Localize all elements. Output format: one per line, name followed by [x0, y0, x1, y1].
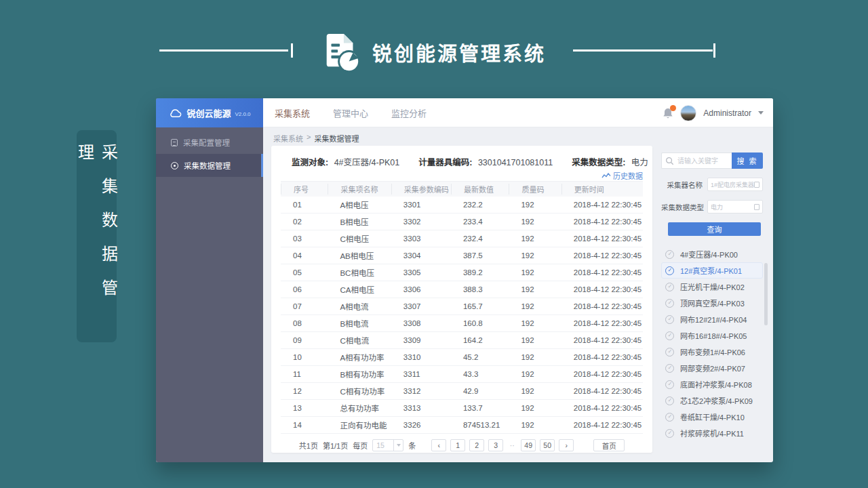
table-cell: C相电流: [328, 335, 391, 346]
device-item[interactable]: 网布变频1#/4-PK06: [661, 344, 763, 360]
device-label: 卷纸缸干燥/4-PK10: [680, 411, 745, 422]
device-item[interactable]: 底面衬冲浆泵/4-PK08: [661, 376, 763, 392]
table-cell: C相有功功率: [328, 386, 391, 396]
type-label: 采集数据类型: [661, 202, 707, 212]
table-cell: 3326: [391, 421, 451, 429]
page-button[interactable]: 49: [521, 439, 536, 451]
breadcrumb-current: 采集数据管理: [314, 133, 359, 144]
type-field-row: 采集数据类型 电力: [661, 200, 763, 214]
column-header: 更新时间: [561, 184, 643, 195]
page-button[interactable]: 3: [488, 439, 503, 451]
device-item[interactable]: 12#真空泵/4-PK01: [661, 262, 763, 279]
column-header: 质量码: [509, 184, 561, 195]
check-circle-icon: [665, 413, 674, 422]
table-cell: 192: [509, 235, 561, 243]
table-cell: 192: [509, 370, 561, 378]
device-item[interactable]: 衬浆碎浆机/4-PK11: [661, 425, 763, 441]
page-button[interactable]: 50: [540, 439, 555, 451]
banner-divider-left: [159, 49, 288, 52]
page-button[interactable]: 2: [469, 439, 484, 451]
table-cell: B相电压: [328, 216, 391, 227]
check-circle-icon: [665, 396, 674, 405]
collector-select[interactable]: 1#配电房采集器: [707, 178, 763, 191]
cloud-icon: [168, 108, 182, 118]
page-size-select[interactable]: 15: [372, 439, 403, 451]
table-cell: A相电流: [328, 301, 391, 312]
type-value: 电力: [711, 203, 754, 211]
device-item[interactable]: 4#变压器/4-PK00: [661, 246, 763, 262]
page: 锐创能源管理系统 采集数据管理 锐创云能源 V2.0.0 采集配置管理采集数据管…: [0, 0, 868, 488]
device-item[interactable]: 压光机干燥/4-PK02: [661, 279, 763, 295]
table-cell: A相电压: [328, 199, 391, 210]
page-size-value: 15: [373, 441, 393, 449]
table-cell: 11: [281, 370, 328, 378]
tab-3[interactable]: 监控分析: [391, 106, 427, 119]
notification-bell-icon[interactable]: [663, 107, 673, 119]
table-cell: 160.8: [451, 319, 509, 327]
sidebar-item-1[interactable]: 采集配置管理: [156, 131, 263, 154]
table-row: 06CA相电压3306388.31922018-4-12 22:30:45: [281, 281, 643, 298]
table-row: 01A相电压3301232.21922018-4-12 22:30:45: [281, 197, 643, 214]
table-cell: 3301: [391, 201, 451, 209]
pagination-unit: 条: [408, 440, 416, 451]
table-cell: 2018-4-12 22:30:45: [561, 404, 643, 412]
table-cell: 2018-4-12 22:30:45: [561, 285, 643, 293]
table-row: 02B相电压3302233.41922018-4-12 22:30:45: [281, 214, 643, 230]
table-cell: 164.2: [451, 336, 509, 344]
table-row: 08B相电流3308160.81922018-4-12 22:30:45: [281, 315, 643, 332]
column-header: 采集项名称: [328, 184, 391, 195]
device-label: 4#变压器/4-PK00: [680, 249, 738, 260]
next-page-button[interactable]: ›: [559, 439, 574, 451]
table-cell: 2018-4-12 22:30:45: [561, 201, 643, 209]
table-cell: 3304: [391, 251, 451, 260]
page-button[interactable]: 1: [450, 439, 465, 451]
device-item[interactable]: 芯1芯2冲浆泵/4-PK09: [661, 392, 763, 409]
device-label: 顶网真空泵/4-PK03: [680, 298, 745, 308]
table-cell: 232.2: [451, 201, 509, 209]
tab-1[interactable]: 采集系统: [275, 106, 310, 119]
user-area: Administrator: [663, 98, 764, 127]
table-cell: 192: [509, 201, 561, 209]
monitor-object-value: 4#变压器/4-PK01: [334, 158, 400, 167]
table-cell: 45.2: [451, 353, 509, 361]
history-data-label: 历史数据: [613, 170, 643, 181]
app-logo-icon: [320, 30, 362, 74]
first-page-button[interactable]: 首页: [593, 439, 625, 451]
data-type: 采集数据类型: 电力: [572, 155, 648, 168]
page-ellipsis: ··: [507, 439, 517, 451]
breadcrumb-parent[interactable]: 采集系统: [273, 133, 303, 144]
tab-2[interactable]: 管理中心: [333, 106, 368, 119]
table-cell: 232.4: [451, 235, 509, 243]
device-item[interactable]: 网部变频2#/4-PK07: [661, 360, 763, 376]
table-cell: 03: [281, 235, 328, 243]
type-select[interactable]: 电力: [707, 200, 763, 214]
query-button[interactable]: 查询: [668, 222, 761, 236]
sidebar-menu: 采集配置管理采集数据管理: [156, 127, 263, 177]
table-cell: 3313: [391, 404, 451, 412]
search-button[interactable]: 搜 索: [732, 152, 763, 169]
table-cell: 874513.21: [451, 421, 509, 429]
config-icon: [171, 139, 178, 146]
device-item[interactable]: 顶网真空泵/4-PK03: [661, 295, 763, 311]
scrollbar-thumb[interactable]: [764, 263, 768, 325]
avatar[interactable]: [680, 105, 696, 121]
check-circle-icon: [665, 283, 674, 291]
table-cell: 10: [281, 353, 328, 361]
table-cell: 3308: [391, 319, 451, 327]
data-icon: [171, 162, 178, 169]
device-item[interactable]: 卷纸缸干燥/4-PK10: [661, 409, 763, 425]
device-item[interactable]: 网布12#21#/4-PK04: [661, 311, 763, 327]
history-data-link[interactable]: 历史数据: [601, 170, 643, 181]
user-name[interactable]: Administrator: [703, 108, 751, 118]
prev-page-button[interactable]: ‹: [431, 439, 446, 451]
sidebar-item-2[interactable]: 采集数据管理: [156, 154, 263, 177]
table-cell: 2018-4-12 22:30:45: [561, 353, 643, 361]
table-cell: 12: [281, 387, 328, 395]
side-vertical-label: 采集数据管理: [77, 130, 117, 342]
table-cell: 192: [509, 251, 561, 260]
table-cell: 388.3: [451, 285, 509, 293]
table-cell: 233.4: [451, 218, 509, 226]
banner-tick-left: [291, 43, 293, 58]
device-item[interactable]: 网布16#18#/4-PK05: [661, 327, 763, 344]
table-cell: CA相电压: [328, 284, 391, 295]
